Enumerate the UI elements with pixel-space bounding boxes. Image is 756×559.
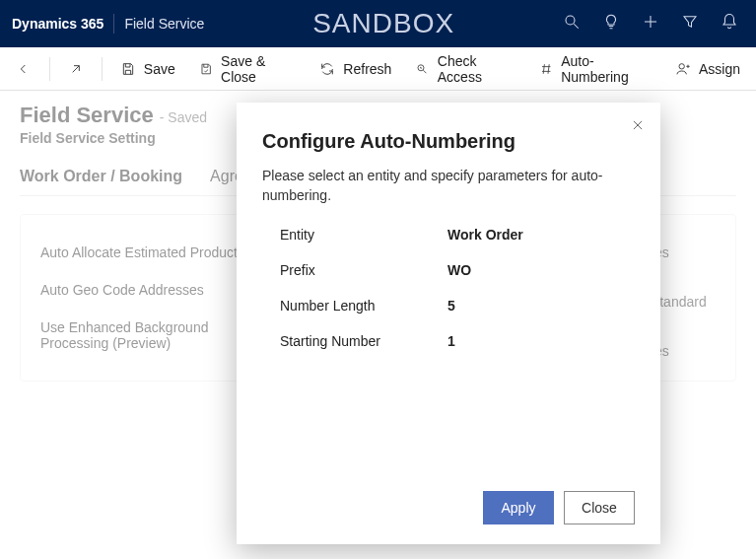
field-value[interactable]: WO [447,262,471,278]
assign-button[interactable]: Assign [665,55,750,83]
refresh-label: Refresh [343,61,391,77]
check-access-label: Check Access [438,53,515,85]
field-value[interactable]: 5 [447,298,455,314]
auto-numbering-button[interactable]: Auto-Numbering [529,47,661,91]
field-label: Number Length [280,298,447,314]
svg-line-1 [574,24,579,29]
field-number-length: Number Length 5 [262,288,635,323]
save-close-label: Save & Close [221,53,296,85]
apply-label: Apply [501,500,535,516]
product-name[interactable]: Dynamics 365 [12,16,103,32]
dialog-instruction: Please select an entity and specify para… [262,167,635,205]
open-in-new-button[interactable] [58,55,94,83]
field-label: Starting Number [280,333,447,349]
assign-label: Assign [699,61,740,77]
back-button[interactable] [6,55,41,83]
auto-numbering-label: Auto-Numbering [561,53,652,85]
field-starting-number: Starting Number 1 [262,323,635,359]
dialog-footer: Apply Close [262,491,635,524]
bell-icon[interactable] [721,13,738,35]
field-label: Entity [280,227,447,243]
apply-button[interactable]: Apply [483,491,554,524]
svg-point-0 [566,16,575,25]
close-button[interactable]: Close [564,491,635,524]
field-label: Prefix [280,262,447,278]
dialog-title: Configure Auto-Numbering [262,130,635,153]
environment-label: SANDBOX [204,8,563,39]
save-close-button[interactable]: Save & Close [189,47,307,91]
separator [102,57,103,81]
check-access-button[interactable]: Check Access [405,47,524,91]
auto-numbering-dialog: Configure Auto-Numbering Please select a… [237,103,660,544]
refresh-button[interactable]: Refresh [309,55,401,83]
search-icon[interactable] [563,13,581,35]
module-name[interactable]: Field Service [124,16,204,32]
field-value[interactable]: Work Order [447,227,523,243]
save-button[interactable]: Save [110,55,185,83]
app-header: Dynamics 365 Field Service SANDBOX [0,0,756,47]
field-value[interactable]: 1 [447,333,455,349]
filter-icon[interactable] [681,13,699,35]
close-icon[interactable] [631,118,645,136]
header-icons [563,13,744,35]
lightbulb-icon[interactable] [602,13,620,35]
command-bar: Save Save & Close Refresh Check Access A… [0,47,756,91]
plus-icon[interactable] [642,13,659,35]
svg-point-9 [679,63,684,68]
field-entity: Entity Work Order [262,217,635,252]
svg-line-8 [548,64,549,74]
close-label: Close [582,500,617,516]
field-prefix: Prefix WO [262,252,635,288]
vertical-divider [113,14,114,34]
save-label: Save [144,61,175,77]
separator [49,57,50,81]
svg-line-7 [543,64,544,74]
